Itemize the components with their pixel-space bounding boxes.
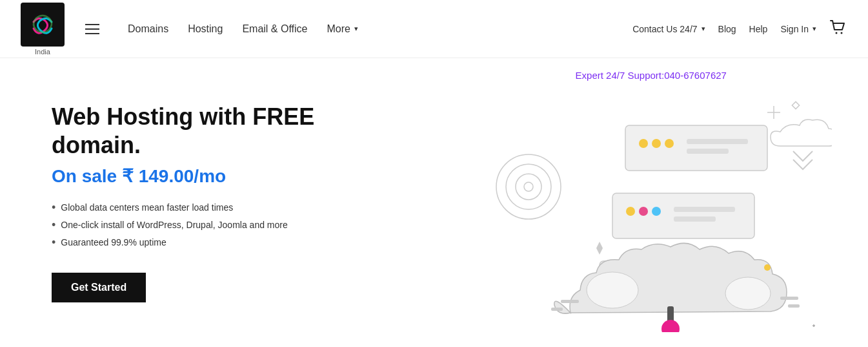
svg-rect-32 (780, 297, 798, 300)
nav-item-domains[interactable]: Domains (120, 18, 176, 40)
signin-link[interactable]: Sign In ▾ (780, 24, 816, 34)
nav-item-email-office[interactable]: Email & Office (234, 18, 315, 40)
svg-point-29 (661, 320, 680, 332)
hamburger-line-3 (85, 33, 99, 34)
hero-section: Web Hosting with FREE domain. On sale ₹ … (0, 58, 434, 347)
svg-point-1 (836, 32, 838, 34)
feature-item-3: Guaranteed 99.9% uptime (52, 237, 396, 248)
hero-title: Web Hosting with FREE domain. (52, 103, 396, 158)
header-left: India Domains Hosting Email & Office Mor… (21, 3, 366, 56)
logo-country: India (35, 48, 50, 56)
svg-point-2 (841, 32, 843, 34)
header-right: Contact Us 24/7 ▾ Blog Help Sign In ▾ (632, 19, 847, 39)
get-started-button[interactable]: Get Started (52, 273, 146, 302)
hero-illustration (470, 74, 832, 332)
svg-point-10 (652, 139, 661, 148)
cart-button[interactable] (829, 19, 847, 39)
svg-point-27 (725, 277, 771, 310)
logo-wrap[interactable]: India (21, 3, 65, 56)
logo-icon (27, 9, 58, 40)
more-chevron-icon: ▾ (354, 25, 358, 33)
main-content: Web Hosting with FREE domain. On sale ₹ … (0, 58, 868, 347)
help-link[interactable]: Help (749, 24, 768, 34)
cart-icon (829, 19, 847, 37)
svg-point-6 (524, 182, 533, 191)
svg-rect-14 (612, 193, 754, 238)
contact-link[interactable]: Contact Us 24/7 ▾ (632, 24, 705, 34)
svg-rect-33 (788, 304, 800, 308)
svg-rect-30 (561, 300, 579, 303)
main-nav: Domains Hosting Email & Office More ▾ (120, 18, 366, 40)
blog-link[interactable]: Blog (718, 24, 736, 34)
illustration-section: Expert 24/7 Support:040-67607627 (434, 58, 869, 347)
logo-box (21, 3, 65, 47)
contact-chevron-icon: ▾ (701, 25, 705, 33)
nav-item-more[interactable]: More ▾ (319, 18, 365, 40)
svg-point-16 (639, 207, 648, 216)
svg-point-26 (587, 272, 638, 308)
svg-point-5 (516, 174, 541, 200)
svg-rect-8 (625, 125, 767, 171)
feature-item-2: One-click install of WordPress, Drupal, … (52, 220, 396, 231)
hamburger-line-2 (85, 28, 99, 30)
svg-point-4 (506, 164, 551, 209)
header: India Domains Hosting Email & Office Mor… (0, 0, 868, 58)
feature-item-1: Global data centers mean faster load tim… (52, 202, 396, 213)
signin-chevron-icon: ▾ (812, 25, 816, 33)
svg-point-34 (764, 264, 771, 271)
nav-item-hosting[interactable]: Hosting (180, 18, 230, 40)
svg-rect-19 (674, 216, 716, 222)
svg-rect-31 (551, 308, 563, 311)
hero-price: On sale ₹ 149.00/mo (52, 165, 396, 187)
feature-list: Global data centers mean faster load tim… (52, 202, 396, 255)
hamburger-button[interactable] (80, 19, 105, 39)
svg-point-9 (639, 139, 648, 148)
hamburger-line-1 (85, 24, 99, 25)
svg-point-15 (626, 207, 635, 216)
support-text: Expert 24/7 Support:040-67607627 (576, 70, 727, 81)
svg-rect-13 (687, 149, 729, 154)
svg-rect-18 (674, 207, 735, 212)
svg-rect-7 (792, 101, 799, 109)
svg-point-11 (665, 139, 674, 148)
svg-point-17 (652, 207, 661, 216)
svg-rect-12 (687, 139, 748, 144)
